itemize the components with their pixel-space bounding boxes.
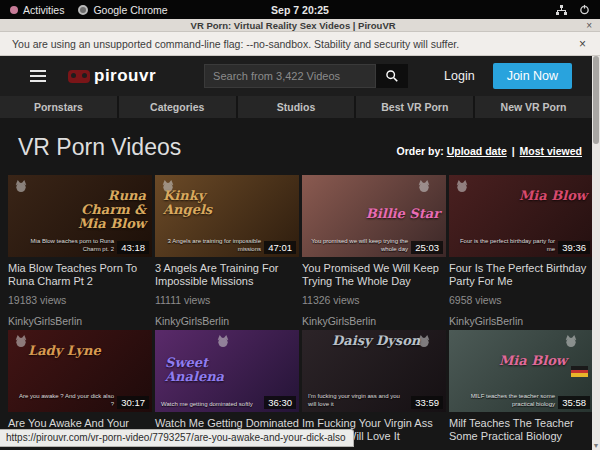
search-button[interactable] xyxy=(376,64,408,88)
tab-title: VR Porn: Virtual Reality Sex Videos | Pi… xyxy=(0,20,586,31)
thumbnail-overlay-title: Kinky Angels xyxy=(163,189,252,217)
duration-badge: 36:30 xyxy=(264,396,296,409)
search-input[interactable] xyxy=(204,64,376,88)
studio-link[interactable]: KinkyGirlsBerlin xyxy=(155,315,299,327)
video-title[interactable]: Mia Blow Teaches Porn To Runa Charm Pt 2 xyxy=(8,262,152,287)
studio-logo-icon xyxy=(13,178,29,194)
thumbnail-overlay-title: Daisy Dyson xyxy=(332,334,421,348)
thumbnail-overlay-title: Billie Star xyxy=(351,207,440,221)
nav-item-new-vr-porn[interactable]: New VR Porn xyxy=(475,96,592,118)
browser-warning-bar: You are using an unsupported command-lin… xyxy=(0,32,600,56)
power-icon[interactable] xyxy=(579,4,590,15)
scrollbar-down-arrow[interactable]: ▼ xyxy=(592,442,600,449)
warning-close-icon[interactable]: × xyxy=(579,37,600,51)
studio-logo-icon xyxy=(416,178,432,194)
logo-text: pirouvr xyxy=(94,66,156,86)
duration-badge: 47:01 xyxy=(264,241,296,254)
view-count: 6958 views xyxy=(449,294,592,306)
duration-badge: 43:18 xyxy=(117,241,149,254)
thumbnail-caption: I'm fucking your virgin ass and you will… xyxy=(308,392,408,408)
video-card: Mia Blow Four is the perfect birthday pa… xyxy=(449,175,592,327)
thumbnail-caption: MILF teaches the teacher some practical … xyxy=(455,392,555,408)
nav-item-best-vr-porn[interactable]: Best VR Porn xyxy=(356,96,473,118)
video-thumbnail[interactable]: Daisy Dyson I'm fucking your virgin ass … xyxy=(302,330,446,412)
video-thumbnail[interactable]: Mia Blow Four is the perfect birthday pa… xyxy=(449,175,592,257)
thumbnail-overlay-title: Mia Blow xyxy=(498,189,587,203)
vr-headset-icon xyxy=(68,70,90,83)
activities-button[interactable]: Activities xyxy=(10,4,64,16)
german-flag xyxy=(571,366,588,377)
view-count: 11326 views xyxy=(302,294,446,306)
join-now-button[interactable]: Join Now xyxy=(493,63,572,89)
page-content: VR Porn Videos Order by: Upload date | M… xyxy=(0,118,592,450)
thumbnail-caption: Are you awake ? And your dick also ? xyxy=(14,392,114,408)
main-nav: Pornstars Categories Studios Best VR Por… xyxy=(0,96,592,118)
video-thumbnail[interactable]: Mia Blow MILF teaches the teacher some p… xyxy=(449,330,592,412)
scrollbar[interactable]: ▼ xyxy=(592,56,600,450)
thumbnail-caption: Watch me getting dominated softly xyxy=(161,400,261,408)
studio-link[interactable]: KinkyGirlsBerlin xyxy=(302,315,446,327)
system-top-bar: Activities Google Chrome Sep 7 20:25 xyxy=(0,0,600,19)
thumbnail-caption: Four is the perfect birthday party for m… xyxy=(455,237,555,253)
video-thumbnail[interactable]: Sweet Analena Watch me getting dominated… xyxy=(155,330,299,412)
thumbnail-overlay-title: Runa Charm & Mia Blow xyxy=(57,189,146,231)
view-count: 19183 views xyxy=(8,294,152,306)
app-menu[interactable]: Google Chrome xyxy=(78,4,167,16)
menu-icon[interactable] xyxy=(30,70,46,82)
thumbnail-caption: Mia Blow teaches porn to Runa Charm pt. … xyxy=(14,237,114,253)
duration-badge: 39:36 xyxy=(558,241,590,254)
page-title: VR Porn Videos xyxy=(18,134,396,161)
thumbnail-overlay-title: Lady Lyne xyxy=(28,344,117,358)
studio-logo-icon xyxy=(563,333,579,349)
activities-label: Activities xyxy=(23,4,64,16)
video-thumbnail[interactable]: Runa Charm & Mia Blow Mia Blow teaches p… xyxy=(8,175,152,257)
login-link[interactable]: Login xyxy=(444,69,475,83)
video-title[interactable]: 3 Angels Are Training For Impossible Mis… xyxy=(155,262,299,287)
clock[interactable]: Sep 7 20:25 xyxy=(271,4,329,16)
site-header: pirouvr Login Join Now xyxy=(0,56,592,96)
thumbnail-caption: 3 Angels are training for impossible mis… xyxy=(161,237,261,253)
tab-close-icon[interactable]: × xyxy=(586,20,600,31)
activities-dot-icon xyxy=(10,6,18,14)
thumbnail-overlay-title: Mia Blow xyxy=(478,354,567,368)
duration-badge: 35:58 xyxy=(558,396,590,409)
video-thumbnail[interactable]: Kinky Angels 3 Angels are training for i… xyxy=(155,175,299,257)
thumbnail-caption: You promised we will keep trying the who… xyxy=(308,237,408,253)
nav-item-pornstars[interactable]: Pornstars xyxy=(0,96,117,118)
app-menu-label: Google Chrome xyxy=(93,4,167,16)
video-title[interactable]: Four Is The Perfect Birthday Party For M… xyxy=(449,262,592,287)
duration-badge: 25:03 xyxy=(411,241,443,254)
order-by: Order by: Upload date | Most viewed xyxy=(396,145,582,161)
network-icon[interactable] xyxy=(556,5,567,15)
video-card: Mia Blow MILF teaches the teacher some p… xyxy=(449,330,592,450)
search-icon xyxy=(385,69,399,83)
order-by-label: Order by: xyxy=(396,145,443,157)
duration-badge: 33:59 xyxy=(411,396,443,409)
nav-item-categories[interactable]: Categories xyxy=(119,96,236,118)
studio-logo-icon xyxy=(13,333,29,349)
screen: Activities Google Chrome Sep 7 20:25 VR … xyxy=(0,0,600,450)
status-url-tooltip: https://pirouvr.com/vr-porn-video/779325… xyxy=(0,429,354,447)
site-logo[interactable]: pirouvr xyxy=(68,66,156,86)
order-link-upload-date[interactable]: Upload date xyxy=(447,145,507,157)
video-title[interactable]: You Promised We Will Keep Trying The Who… xyxy=(302,262,446,287)
video-thumbnail[interactable]: Billie Star You promised we will keep tr… xyxy=(302,175,446,257)
browser-tab-bar: VR Porn: Virtual Reality Sex Videos | Pi… xyxy=(0,19,600,32)
video-card: Kinky Angels 3 Angels are training for i… xyxy=(155,175,299,327)
search-bar xyxy=(204,64,408,88)
studio-logo-icon xyxy=(215,333,231,349)
order-separator: | xyxy=(510,145,517,157)
studio-link[interactable]: KinkyGirlsBerlin xyxy=(8,315,152,327)
thumbnail-overlay-title: Sweet Analena xyxy=(165,356,254,384)
video-title[interactable]: Milf Teaches The Teacher Some Practical … xyxy=(449,417,592,442)
video-grid: Runa Charm & Mia Blow Mia Blow teaches p… xyxy=(8,175,592,450)
view-count: 11111 views xyxy=(155,294,299,306)
duration-badge: 30:17 xyxy=(117,396,149,409)
video-thumbnail[interactable]: Lady Lyne Are you awake ? And your dick … xyxy=(8,330,152,412)
studio-logo-icon xyxy=(454,178,470,194)
warning-text: You are using an unsupported command-lin… xyxy=(0,38,579,50)
scrollbar-thumb[interactable] xyxy=(593,56,599,144)
studio-link[interactable]: KinkyGirlsBerlin xyxy=(449,315,592,327)
nav-item-studios[interactable]: Studios xyxy=(238,96,355,118)
order-link-most-viewed[interactable]: Most viewed xyxy=(520,145,582,157)
